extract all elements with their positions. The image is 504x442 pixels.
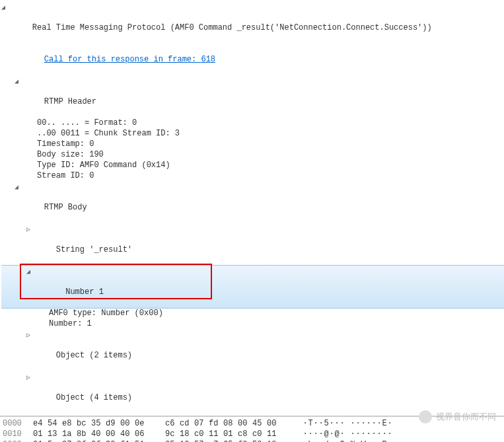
hex-byte[interactable]: 06 [135,429,149,439]
tree-body[interactable]: ◢ RTMP Body [1,181,504,223]
hex-byte[interactable]: 13 [48,429,62,439]
hex-byte[interactable]: 00 [106,429,120,439]
hex-byte[interactable]: 01 [33,429,48,439]
hex-ascii-char: · [387,418,392,429]
hex-byte[interactable]: 07 [62,439,77,442]
hex-byte[interactable]: a7 [209,439,223,442]
hex-byte[interactable]: 92 [106,439,120,442]
hex-row[interactable]: 001001131a8b400040069c18c01101c8c011····… [3,429,501,439]
tree-field[interactable]: Body size: 190 [1,149,504,160]
hex-byte[interactable]: cd [180,418,194,429]
tree-number-selected[interactable]: ◢ Number 1 [1,265,504,309]
tree-header[interactable]: ◢ RTMP Header [1,75,504,118]
hex-row[interactable]: 0020015c078f2f92f151251257a765f05018·\··… [3,439,501,442]
hex-byte[interactable]: bc [77,418,91,429]
hex-ascii-char: T [308,418,313,429]
hex-byte[interactable]: 45 [252,418,267,429]
hex-byte[interactable]: 8f [77,439,91,442]
hex-byte[interactable]: c8 [238,429,252,439]
tree-field[interactable]: Timestamp: 0 [1,139,504,149]
expand-icon[interactable]: ◢ [26,267,33,274]
tree-string[interactable]: ▷ String '_result' [1,223,504,266]
hex-ascii-char: · [377,418,382,429]
hex-ascii-char: · [318,418,324,429]
protocol-tree[interactable]: ◢ Real Time Messaging Protocol (AMF0 Com… [0,0,504,416]
tree-link-row[interactable]: Call for this response in frame: 618 [1,44,504,75]
hex-byte[interactable]: 50 [252,439,267,442]
hex-byte[interactable]: e4 [33,418,48,429]
tree-field[interactable]: ..00 0011 = Chunk Stream ID: 3 [1,128,504,139]
collapse-icon[interactable]: ▷ [26,330,33,337]
hex-byte[interactable]: c6 [165,418,180,429]
tree-object[interactable]: ▷ Object (4 items) [1,371,504,414]
hex-byte[interactable]: 5c [48,439,62,442]
hex-byte[interactable]: 65 [223,439,238,442]
hex-ascii-char: · [355,429,361,439]
hex-row[interactable]: 0000e454e8bc35d9000ec6cd07fd08004500·T··… [3,418,501,429]
hex-byte[interactable]: 18 [267,439,281,442]
hex-byte[interactable]: 0e [135,418,149,429]
hex-byte[interactable]: 00 [238,418,252,429]
hex-byte[interactable]: 07 [194,418,209,429]
tree-label: ..00 0011 = Chunk Stream ID: 3 [37,129,180,138]
hex-byte[interactable]: 9c [165,429,180,439]
hex-byte[interactable]: 18 [180,429,194,439]
tree-field[interactable]: AMF0 type: Number (0x00) [1,308,504,318]
hex-byte[interactable]: 25 [165,439,180,442]
hex-dump[interactable]: 0000e454e8bc35d9000ec6cd07fd08004500·T··… [0,416,504,442]
hex-byte[interactable]: c0 [252,429,267,439]
hex-ascii-char: · [334,418,340,429]
tree-field[interactable]: 00.. .... = Format: 0 [1,118,504,128]
hex-ascii-char: e [371,439,377,442]
hex-ascii-char: \ [308,439,313,442]
hex-ascii-char: · [318,429,324,439]
hex-byte[interactable]: f0 [238,439,252,442]
hex-byte[interactable]: d9 [106,418,120,429]
tree-object[interactable]: ▷ Object (2 items) [1,329,504,371]
hex-byte[interactable]: fd [209,418,223,429]
hex-byte[interactable]: 8b [77,429,91,439]
hex-byte[interactable]: 54 [48,418,62,429]
expand-icon[interactable]: ◢ [1,3,8,9]
tree-label: Number 1 [65,287,104,297]
hex-byte[interactable]: c0 [194,429,209,439]
hex-byte[interactable]: 35 [91,418,106,429]
hex-byte[interactable]: 01 [33,439,48,442]
collapse-icon[interactable]: ▷ [26,225,33,231]
hex-byte[interactable]: e8 [62,418,77,429]
hex-ascii-char: · [313,429,318,439]
hex-ascii-char: · [340,429,345,439]
tree-field[interactable]: Stream ID: 0 [1,170,504,181]
hex-byte[interactable]: f1 [120,439,135,442]
collapse-icon[interactable]: ▷ [26,373,33,379]
hex-byte[interactable]: 40 [120,429,135,439]
hex-ascii-char: · [329,418,334,429]
hex-byte[interactable]: 00 [267,418,281,429]
expand-icon[interactable]: ◢ [15,182,21,189]
tree-label: Timestamp: 0 [37,139,94,149]
hex-byte[interactable]: 12 [180,439,194,442]
tree-field[interactable]: Number: 1 [1,318,504,329]
hex-ascii-char: · [334,439,340,442]
tree-field[interactable]: Type ID: AMF0 Command (0x14) [1,160,504,170]
hex-byte[interactable]: 01 [223,429,238,439]
hex-ascii-char: · [382,429,387,439]
hex-byte[interactable]: 2f [91,439,106,442]
hex-byte[interactable]: 40 [91,429,106,439]
tree-label: RTMP Body [44,203,87,212]
tree-root[interactable]: ◢ Real Time Messaging Protocol (AMF0 Com… [1,1,504,44]
hex-byte[interactable]: 11 [209,429,223,439]
hex-byte[interactable]: 51 [135,439,149,442]
hex-byte[interactable]: 00 [120,418,135,429]
hex-ascii-char: · [313,439,318,442]
hex-byte[interactable]: 08 [223,418,238,429]
hex-byte[interactable]: 57 [194,439,209,442]
hex-byte[interactable]: 1a [62,429,77,439]
hex-ascii-char: · [350,418,355,429]
hex-byte[interactable]: 11 [267,429,281,439]
hex-ascii-char: · [340,418,345,429]
tree-label: Stream ID: 0 [37,171,94,180]
expand-icon[interactable]: ◢ [15,77,21,83]
call-link[interactable]: Call for this response in frame: 618 [44,55,215,64]
hex-ascii-char: Q [340,439,345,442]
